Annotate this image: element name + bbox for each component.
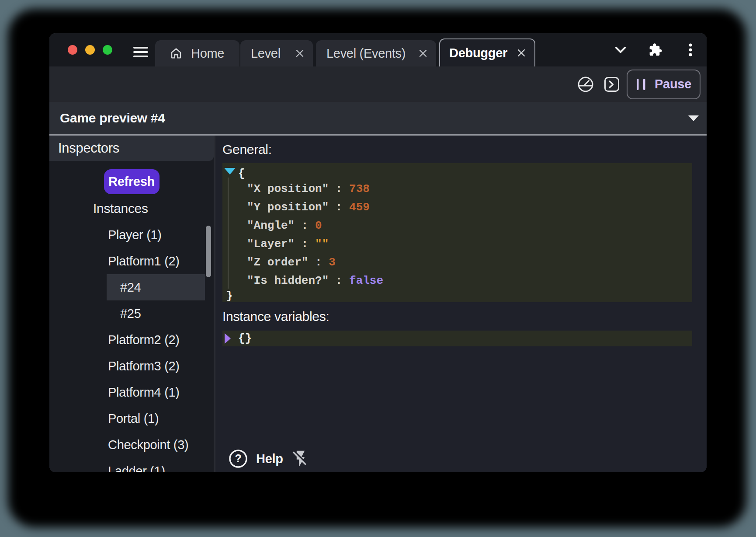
json-separator: : — [329, 182, 349, 195]
help-circle-icon: ? — [229, 449, 248, 468]
tree-item-label: Platform1 (2) — [108, 254, 180, 268]
tree-item-label: Player (1) — [108, 228, 162, 242]
tree-item-label: #24 — [120, 280, 141, 295]
json-separator: : — [295, 219, 315, 232]
tree-item-ladder-1[interactable]: Ladder (1) — [107, 458, 205, 472]
json-key: "Angle" — [247, 219, 295, 232]
inspectors-header: Inspectors — [49, 136, 214, 161]
tree-item-platform2-2[interactable]: Platform2 (2) — [107, 327, 205, 353]
tree-item-25[interactable]: #25 — [107, 300, 205, 327]
tree-item-label: Platform2 (2) — [108, 333, 180, 347]
game-preview-header[interactable]: Game preview #4 — [49, 102, 707, 134]
json-property-row: "X position" : 738 — [222, 180, 692, 198]
extensions-button[interactable] — [647, 41, 664, 59]
expand-expander-icon[interactable] — [225, 333, 231, 344]
help-button-label: Help — [256, 452, 283, 466]
json-property-row: "Z order" : 3 — [222, 253, 692, 272]
auto-refresh-off-button[interactable] — [291, 449, 310, 468]
flash-off-icon — [291, 448, 310, 469]
json-property-row: "Layer" : "" — [222, 235, 692, 253]
json-separator: : — [329, 201, 349, 214]
json-key: "Y position" — [247, 201, 329, 214]
tree-item-label: Checkpoint (3) — [108, 438, 188, 452]
json-separator: : — [308, 256, 329, 269]
json-property-row: "Angle" : 0 — [222, 216, 692, 235]
json-value: false — [349, 274, 383, 287]
json-key: "Layer" — [247, 237, 295, 251]
general-json-view: { "X position" : 738"Y position" : 459"A… — [222, 163, 692, 302]
titlebar: HomeLevelLevel (Events)Debugger — [49, 33, 707, 66]
profiler-button[interactable] — [577, 76, 594, 93]
pause-button-label: Pause — [655, 77, 691, 91]
tree-item-platform4-1[interactable]: Platform4 (1) — [107, 379, 205, 405]
close-brace: } — [226, 289, 233, 303]
tree-item-label: Ladder (1) — [108, 464, 165, 473]
tree-item-label: Platform4 (1) — [108, 385, 180, 400]
tabs-overflow-button[interactable] — [612, 41, 629, 59]
collapse-expander-icon[interactable] — [224, 168, 236, 174]
json-key: "Z order" — [247, 256, 308, 269]
json-value: "" — [315, 237, 329, 251]
sidebar-scrollbar-thumb[interactable] — [206, 226, 211, 277]
kebab-menu-icon — [683, 42, 698, 57]
console-icon — [603, 76, 621, 93]
json-key: "X position" — [247, 182, 329, 195]
collapse-caret-icon[interactable] — [688, 115, 699, 122]
debugger-toolbar: Pause — [49, 66, 707, 102]
tree-root-instances[interactable]: Instances — [49, 201, 214, 216]
gdevelop-window: HomeLevelLevel (Events)Debugger — [49, 33, 707, 472]
tree-item-label: Portal (1) — [108, 411, 159, 426]
instances-tree: Player (1)Platform1 (2)#24#25Platform2 (… — [49, 222, 214, 472]
open-brace: { — [238, 167, 245, 180]
pause-button[interactable]: Pause — [627, 70, 701, 99]
chevron-down-icon — [613, 42, 628, 57]
json-value: 3 — [329, 256, 336, 269]
json-value: 738 — [349, 182, 370, 195]
tree-item-checkpoint-3[interactable]: Checkpoint (3) — [107, 432, 205, 458]
general-properties: "X position" : 738"Y position" : 459"Ang… — [222, 180, 692, 290]
json-property-row: "Y position" : 459 — [222, 198, 692, 216]
variables-section-title: Instance variables: — [222, 309, 707, 324]
refresh-button[interactable]: Refresh — [104, 169, 160, 194]
tree-item-24[interactable]: #24 — [107, 274, 205, 300]
tree-item-portal-1[interactable]: Portal (1) — [107, 405, 205, 432]
json-separator: : — [295, 237, 315, 251]
tree-item-platform3-2[interactable]: Platform3 (2) — [107, 353, 205, 379]
game-preview-title: Game preview #4 — [60, 111, 165, 126]
instance-inspector-panel: General: { "X position" : 738"Y position… — [215, 136, 707, 472]
json-key: "Is hidden?" — [247, 274, 329, 287]
gauge-icon — [577, 76, 594, 93]
more-options-button[interactable] — [682, 41, 699, 59]
tree-item-label: Platform3 (2) — [108, 359, 180, 373]
inspectors-title: Inspectors — [58, 140, 119, 156]
variables-json-view: {} — [222, 331, 692, 346]
titlebar-actions — [49, 33, 707, 66]
json-value: 0 — [315, 219, 322, 232]
tree-item-platform1-2[interactable]: Platform1 (2) — [107, 248, 205, 274]
indent-guide — [228, 178, 229, 289]
json-value: 459 — [349, 201, 370, 214]
help-row: ? Help — [229, 449, 310, 468]
pause-icon — [636, 78, 647, 91]
inspectors-sidebar: Inspectors Refresh Instances Player (1)P… — [49, 136, 214, 472]
tree-item-player-1[interactable]: Player (1) — [107, 222, 205, 248]
puzzle-piece-icon — [648, 43, 662, 57]
svg-text:?: ? — [235, 452, 242, 464]
tree-item-label: #25 — [120, 307, 141, 321]
json-property-row: "Is hidden?" : false — [222, 272, 692, 290]
json-separator: : — [329, 274, 349, 287]
general-section-title: General: — [222, 142, 707, 157]
console-button[interactable] — [603, 76, 621, 93]
debugger-content: Inspectors Refresh Instances Player (1)P… — [49, 136, 707, 472]
variables-empty-object: {} — [238, 332, 252, 345]
help-button[interactable]: ? Help — [229, 449, 283, 468]
